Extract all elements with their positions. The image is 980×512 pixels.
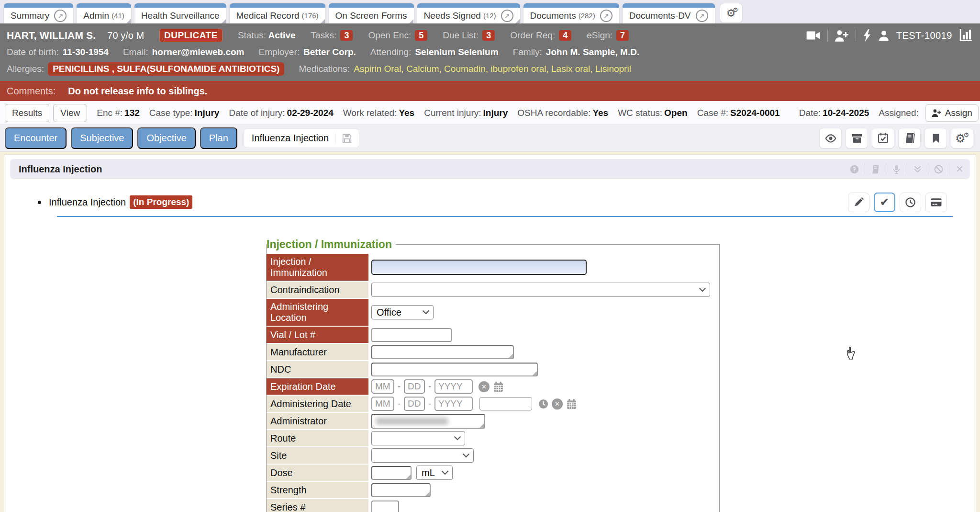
chart-book-button[interactable] bbox=[898, 128, 921, 148]
assign-button[interactable]: Assign bbox=[925, 104, 979, 122]
bar-chart-icon[interactable] bbox=[959, 29, 973, 42]
injection-immunization-label: Injection / Immunization bbox=[267, 254, 368, 281]
results-button[interactable]: Results bbox=[5, 104, 49, 122]
open-enc-count-badge[interactable]: 5 bbox=[415, 30, 427, 41]
form-row: Administering Location Office bbox=[267, 299, 719, 326]
administering-month-input[interactable] bbox=[371, 397, 394, 411]
schedule-button[interactable] bbox=[872, 128, 894, 148]
contraindication-select[interactable] bbox=[371, 283, 710, 297]
open-in-new-icon[interactable]: ↗ bbox=[600, 10, 612, 22]
manufacturer-input[interactable] bbox=[371, 345, 514, 359]
archive-button[interactable] bbox=[846, 128, 868, 148]
add-person-icon[interactable] bbox=[835, 29, 849, 42]
tab-count: (12) bbox=[483, 11, 496, 20]
administrator-input[interactable] bbox=[371, 414, 485, 429]
archive-box-icon bbox=[851, 133, 863, 144]
tab-settings-button[interactable]: ⚙ ⚙ bbox=[720, 3, 742, 23]
tab-label: On Screen Forms bbox=[335, 11, 407, 21]
divider bbox=[57, 216, 953, 217]
medications-list[interactable]: Aspirin Oral, Calcium, Coumadin, ibuprof… bbox=[354, 64, 631, 74]
wc-status-label: WC status: bbox=[618, 108, 662, 118]
vial-lot-input[interactable] bbox=[371, 328, 452, 342]
history-button[interactable] bbox=[900, 193, 921, 212]
route-select[interactable] bbox=[371, 431, 465, 445]
preview-button[interactable] bbox=[819, 128, 842, 148]
item-status-badge: (In Progress) bbox=[130, 195, 192, 209]
current-injury-label: Current injury: bbox=[424, 108, 481, 118]
tab-count: (41) bbox=[111, 11, 124, 20]
save-icon[interactable] bbox=[342, 133, 352, 144]
duplicate-badge[interactable]: DUPLICATE bbox=[159, 29, 223, 42]
open-in-new-icon[interactable]: ↗ bbox=[54, 10, 67, 22]
edit-button[interactable] bbox=[848, 193, 869, 212]
time-icon[interactable] bbox=[538, 398, 549, 410]
user-icon[interactable] bbox=[878, 30, 890, 41]
calendar-icon[interactable] bbox=[566, 398, 578, 410]
open-enc-label: Open Enc: bbox=[368, 30, 411, 40]
email-value[interactable]: horner@mieweb.com bbox=[152, 47, 245, 57]
lightning-icon[interactable] bbox=[863, 29, 871, 42]
form-row: Vial / Lot # bbox=[267, 327, 719, 343]
help-icon[interactable]: ? bbox=[844, 163, 865, 175]
bookmark-button[interactable] bbox=[924, 128, 947, 148]
tab-needs-signed[interactable]: Needs Signed (12) ↗ bbox=[417, 3, 520, 23]
esign-count-badge[interactable]: 7 bbox=[616, 30, 629, 41]
encounter-tab-button[interactable]: Encounter bbox=[5, 127, 67, 149]
site-select[interactable] bbox=[371, 448, 474, 463]
administering-year-input[interactable] bbox=[434, 397, 473, 411]
order-req-label: Order Req: bbox=[510, 30, 555, 40]
dose-unit-select[interactable]: mL bbox=[416, 466, 453, 480]
tab-documents[interactable]: Documents (282) ↗ bbox=[523, 3, 619, 23]
billing-button[interactable] bbox=[925, 193, 947, 212]
administering-location-select[interactable]: Office bbox=[371, 305, 434, 319]
chevron-down-icon bbox=[454, 433, 461, 440]
view-button[interactable]: View bbox=[53, 104, 87, 122]
expiration-year-input[interactable] bbox=[434, 379, 473, 394]
order-req-count-badge[interactable]: 4 bbox=[559, 30, 571, 41]
microphone-icon[interactable] bbox=[886, 163, 907, 175]
settings-button[interactable]: ⚙ ⚙ bbox=[951, 128, 973, 148]
series-input[interactable] bbox=[371, 501, 399, 512]
dose-input[interactable] bbox=[371, 466, 412, 480]
gears-icon: ⚙ bbox=[963, 131, 969, 138]
ndc-input[interactable] bbox=[371, 363, 538, 376]
calendar-icon[interactable] bbox=[492, 381, 504, 393]
patient-name[interactable]: HART, WILLIAM S. bbox=[7, 30, 96, 41]
date-separator: - bbox=[428, 399, 431, 409]
item-title[interactable]: Influenza Injection bbox=[49, 197, 126, 208]
expiration-day-input[interactable] bbox=[404, 379, 425, 394]
injection-immunization-input[interactable] bbox=[371, 260, 587, 275]
strength-input[interactable] bbox=[371, 483, 431, 497]
clear-date-icon[interactable]: ✕ bbox=[479, 381, 490, 392]
collapse-icon[interactable] bbox=[907, 163, 928, 175]
tab-admin[interactable]: Admin (41) bbox=[77, 3, 131, 23]
form-row: Series # bbox=[267, 499, 719, 512]
objective-tab-button[interactable]: Objective bbox=[137, 127, 195, 149]
open-in-new-icon[interactable]: ↗ bbox=[696, 10, 708, 22]
accept-button[interactable]: ✔ bbox=[874, 193, 895, 212]
tasks-count-badge[interactable]: 3 bbox=[340, 30, 353, 41]
form-row: Expiration Date - - ✕ bbox=[267, 378, 719, 395]
disable-icon[interactable] bbox=[928, 163, 949, 175]
plan-tab-button[interactable]: Plan bbox=[200, 127, 237, 149]
date-of-injury-label: Date of injury: bbox=[229, 108, 285, 118]
open-in-new-icon[interactable]: ↗ bbox=[501, 10, 513, 22]
due-list-count-badge[interactable]: 3 bbox=[482, 30, 495, 41]
chart-book-icon[interactable] bbox=[865, 163, 886, 175]
close-icon[interactable]: ✕ bbox=[949, 163, 970, 175]
administering-day-input[interactable] bbox=[404, 397, 425, 411]
tab-on-screen-forms[interactable]: On Screen Forms bbox=[329, 3, 414, 23]
tab-medical-record[interactable]: Medical Record (176) bbox=[230, 3, 325, 23]
selected-value: Office bbox=[377, 307, 401, 318]
clear-date-icon[interactable]: ✕ bbox=[552, 398, 563, 410]
subjective-tab-button[interactable]: Subjective bbox=[71, 127, 133, 149]
video-camera-icon[interactable] bbox=[806, 30, 821, 41]
tab-summary[interactable]: Summary ↗ bbox=[4, 3, 73, 23]
administering-time-input[interactable] bbox=[479, 397, 532, 410]
influenza-injection-form-tab[interactable]: Influenza Injection bbox=[244, 128, 359, 148]
allergies-badge[interactable]: PENICILLINS , SULFA(SULFONAMIDE ANTIBIOT… bbox=[48, 62, 284, 76]
tab-documents-dv[interactable]: Documents-DV ↗ bbox=[623, 3, 715, 23]
employer-value: Better Corp. bbox=[303, 47, 356, 57]
tab-health-surveillance[interactable]: Health Surveillance bbox=[134, 3, 226, 23]
expiration-month-input[interactable] bbox=[371, 379, 394, 394]
